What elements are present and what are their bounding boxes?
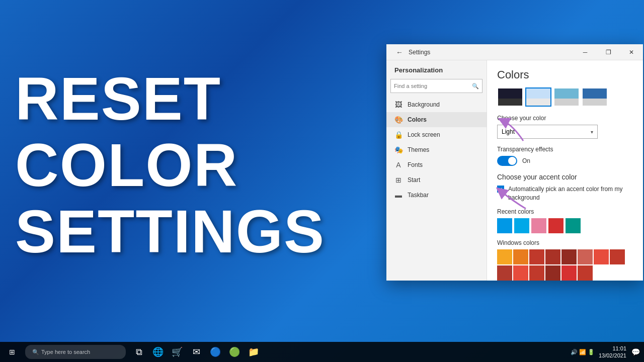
- sidebar-header: Personalization: [386, 62, 487, 77]
- taskbar-time-value: 11:01: [599, 345, 626, 352]
- window-title: Settings: [409, 49, 430, 56]
- taskbar-icons: ⧉ 🌐 🛒 ✉ 🔵 🟢 📁: [130, 342, 263, 362]
- window-content: Personalization 🔍 🖼 Background 🎨 Colors …: [386, 60, 643, 281]
- win-swatch-14[interactable]: [578, 265, 593, 281]
- search-icon: 🔍: [472, 83, 479, 89]
- sidebar-item-taskbar[interactable]: ▬ Taskbar: [386, 188, 487, 203]
- sidebar-item-background[interactable]: 🖼 Background: [386, 97, 487, 112]
- sidebar-item-start[interactable]: ⊞ Start: [386, 172, 487, 188]
- choose-color-label: Choose your color: [497, 115, 633, 122]
- lock-icon: 🔒: [394, 131, 403, 139]
- transparency-section: Transparency effects On: [497, 146, 633, 166]
- chrome-button[interactable]: 🔵: [206, 342, 224, 362]
- win-swatch-11[interactable]: [529, 265, 544, 281]
- themes-icon: 🎭: [394, 146, 403, 154]
- title-bar: ← Settings ─ ❐ ✕: [386, 44, 643, 60]
- fonts-icon: A: [394, 161, 403, 169]
- taskbar-search[interactable]: 🔍 Type here to search: [25, 345, 126, 359]
- win-swatch-3[interactable]: [529, 249, 544, 264]
- search-icon: 🔍: [32, 349, 39, 355]
- close-button[interactable]: ✕: [620, 44, 643, 60]
- recent-swatch-4[interactable]: [548, 218, 564, 233]
- color-dropdown-value: Light: [502, 128, 515, 135]
- sidebar-item-label: Themes: [408, 146, 429, 153]
- taskbar: ⊞ 🔍 Type here to search ⧉ 🌐 🛒 ✉ 🔵 🟢 📁 🔊 …: [0, 342, 644, 362]
- sidebar-item-label: Lock screen: [408, 131, 440, 138]
- recent-swatch-2[interactable]: [514, 218, 529, 233]
- win-swatch-8[interactable]: [610, 249, 625, 264]
- main-content: Colors Choose your color Light: [487, 60, 643, 281]
- page-title: Colors: [497, 68, 633, 81]
- app1-button[interactable]: 🟢: [225, 342, 244, 362]
- win-swatch-5[interactable]: [561, 249, 577, 264]
- background-icon: 🖼: [394, 101, 403, 109]
- start-button[interactable]: ⊞: [0, 342, 24, 362]
- win-swatch-6[interactable]: [578, 249, 593, 264]
- win-swatch-1[interactable]: [497, 249, 512, 264]
- recent-swatch-5[interactable]: [566, 218, 581, 233]
- auto-accent-row: ✓ Automatically pick an accent color fro…: [497, 185, 633, 202]
- windows-colors-label: Windows colors: [497, 239, 633, 246]
- color-dropdown[interactable]: Light ▾: [497, 125, 598, 139]
- mail-button[interactable]: ✉: [187, 342, 205, 362]
- search-box[interactable]: 🔍: [390, 79, 482, 93]
- system-tray-icons: 🔊 📶 🔋: [571, 349, 595, 355]
- minimize-button[interactable]: ─: [574, 44, 597, 60]
- settings-window: ← Settings ─ ❐ ✕ Personalization 🔍 🖼 Bac…: [386, 44, 643, 281]
- theme-preview-dark[interactable]: [497, 87, 523, 107]
- toggle-state-label: On: [522, 157, 530, 164]
- sidebar-item-lockscreen[interactable]: 🔒 Lock screen: [386, 127, 487, 142]
- store-button[interactable]: 🛒: [168, 342, 186, 362]
- sidebar-item-fonts[interactable]: A Fonts: [386, 157, 487, 172]
- search-input[interactable]: [394, 83, 472, 89]
- win-swatch-2[interactable]: [513, 249, 528, 264]
- sidebar-item-label: Fonts: [408, 161, 423, 168]
- window-controls: ─ ❐ ✕: [574, 44, 643, 60]
- theme-previews: [497, 87, 633, 107]
- auto-accent-checkbox[interactable]: ✓: [497, 186, 504, 193]
- taskbar-right: 🔊 📶 🔋 11:01 13/02/2021 💬: [571, 345, 644, 359]
- recent-swatch-1[interactable]: [497, 218, 512, 233]
- accent-section-title: Choose your accent color: [497, 173, 633, 181]
- checkmark-icon: ✓: [499, 187, 503, 192]
- taskbar-clock: 11:01 13/02/2021: [599, 345, 626, 359]
- win-swatch-13[interactable]: [561, 265, 577, 281]
- app2-button[interactable]: 📁: [245, 342, 263, 362]
- chevron-down-icon: ▾: [591, 129, 593, 135]
- theme-preview-light[interactable]: [525, 87, 551, 107]
- taskbar-date-value: 13/02/2021: [599, 352, 626, 359]
- auto-accent-label: Automatically pick an accent color from …: [508, 185, 633, 202]
- start-icon: ⊞: [394, 176, 403, 184]
- colors-icon: 🎨: [394, 116, 403, 124]
- edge-button[interactable]: 🌐: [149, 342, 167, 362]
- sidebar: Personalization 🔍 🖼 Background 🎨 Colors …: [386, 60, 487, 281]
- recent-colors-label: Recent colors: [497, 208, 633, 215]
- transparency-label: Transparency effects: [497, 146, 633, 153]
- action-center-icon[interactable]: 💬: [631, 348, 640, 356]
- sidebar-item-colors[interactable]: 🎨 Colors: [386, 112, 487, 127]
- recent-swatch-3[interactable]: [531, 218, 546, 233]
- win-swatch-9[interactable]: [497, 265, 512, 281]
- transparency-toggle[interactable]: [497, 156, 517, 166]
- win-swatch-4[interactable]: [545, 249, 560, 264]
- sidebar-item-label: Colors: [408, 116, 427, 123]
- recent-color-swatches: [497, 218, 633, 233]
- taskbar-icon: ▬: [394, 191, 403, 199]
- win-swatch-10[interactable]: [513, 265, 528, 281]
- taskview-button[interactable]: ⧉: [130, 342, 148, 362]
- desktop-text: RESET COLOR SETTINGS: [15, 65, 325, 264]
- toggle-knob: [508, 157, 516, 165]
- windows-color-grid: [497, 249, 633, 281]
- restore-button[interactable]: ❐: [597, 44, 620, 60]
- sidebar-item-label: Start: [408, 176, 420, 184]
- back-button[interactable]: ←: [392, 45, 407, 59]
- sidebar-item-label: Taskbar: [408, 192, 429, 199]
- sidebar-item-label: Background: [408, 101, 440, 108]
- toggle-row: On: [497, 156, 633, 166]
- win-swatch-12[interactable]: [545, 265, 560, 281]
- sidebar-item-themes[interactable]: 🎭 Themes: [386, 142, 487, 157]
- theme-preview-custom[interactable]: [553, 87, 580, 107]
- theme-preview-windows[interactable]: [582, 87, 608, 107]
- taskbar-search-label: Type here to search: [41, 349, 90, 355]
- win-swatch-7[interactable]: [594, 249, 609, 264]
